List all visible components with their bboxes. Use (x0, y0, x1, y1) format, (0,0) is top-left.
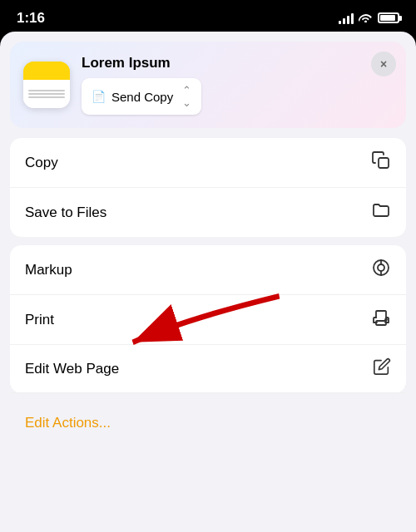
copy-icon (371, 150, 391, 175)
svg-rect-0 (379, 158, 389, 168)
svg-point-6 (385, 319, 387, 321)
chevron-icon: ⌃⌄ (182, 84, 191, 109)
edit-web-page-label: Edit Web Page (25, 361, 119, 377)
header-card: Lorem Ipsum 📄 Send Copy ⌃⌄ × (10, 42, 406, 128)
menu-item-edit-web-page[interactable]: Edit Web Page (10, 345, 406, 393)
menu-item-save-to-files[interactable]: Save to Files (10, 188, 406, 237)
menu-section-2: Markup Print (10, 245, 406, 393)
svg-point-2 (378, 264, 384, 271)
share-sheet: Lorem Ipsum 📄 Send Copy ⌃⌄ × Copy (0, 32, 416, 532)
app-title: Lorem Ipsum (82, 55, 393, 71)
svg-rect-5 (376, 321, 386, 325)
status-time: 1:16 (17, 10, 45, 27)
document-icon: 📄 (92, 90, 106, 103)
menu-section-1: Copy Save to Files (10, 138, 406, 237)
menu-item-copy[interactable]: Copy (10, 138, 406, 188)
status-icons (339, 12, 399, 25)
markup-icon (371, 258, 391, 282)
menu-sections: Copy Save to Files Ma (0, 128, 416, 445)
header-text: Lorem Ipsum 📄 Send Copy ⌃⌄ (82, 55, 393, 115)
send-copy-label: Send Copy (111, 90, 173, 104)
close-button[interactable]: × (371, 52, 396, 76)
status-bar: 1:16 (0, 0, 416, 32)
edit-actions[interactable]: Edit Actions... (10, 401, 406, 445)
send-copy-button[interactable]: 📄 Send Copy ⌃⌄ (82, 78, 201, 115)
edit-actions-label[interactable]: Edit Actions... (25, 415, 111, 431)
battery-icon (378, 12, 399, 23)
app-icon (23, 62, 70, 108)
folder-icon (371, 200, 391, 224)
pencil-icon (373, 357, 391, 380)
print-icon (371, 308, 391, 332)
menu-item-markup[interactable]: Markup (10, 245, 406, 295)
save-to-files-label: Save to Files (25, 204, 106, 221)
markup-label: Markup (25, 262, 72, 278)
copy-label: Copy (25, 155, 58, 171)
menu-item-print[interactable]: Print (10, 295, 406, 345)
signal-icon (339, 12, 354, 24)
print-label: Print (25, 312, 54, 328)
wifi-icon (359, 12, 373, 25)
